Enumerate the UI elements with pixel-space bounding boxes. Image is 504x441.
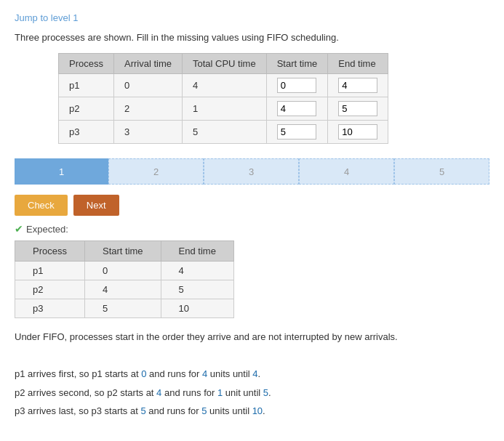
start-cell [266, 121, 328, 144]
expected-row: p1 0 4 [15, 262, 234, 280]
jump-link[interactable]: Jump to level 1 [15, 12, 78, 23]
exp-col-end: End time [161, 241, 233, 262]
table-row: p3 3 5 [59, 121, 388, 144]
timeline-segment-5[interactable]: 5 [394, 158, 489, 185]
end-cell [328, 121, 388, 144]
exp-col-process: Process [15, 241, 85, 262]
end-cell [328, 97, 388, 121]
timeline-segment-1[interactable]: 1 [15, 158, 108, 185]
col-header-arrival: Arrival time [113, 54, 182, 74]
button-row: Check Next [15, 195, 489, 216]
start-cell [266, 97, 328, 121]
end-input[interactable] [338, 124, 377, 139]
cpu-cell: 4 [182, 74, 266, 97]
start-input[interactable] [277, 78, 316, 93]
expected-label: ✔ Expected: [15, 223, 489, 235]
intro-text: Three processes are shown. Fill in the m… [15, 32, 489, 43]
explanation-line3: p2 arrives second, so p2 starts at 4 and… [15, 386, 489, 400]
col-header-end: End time [328, 54, 388, 74]
end-cell [328, 74, 388, 97]
exp-start-cell: 0 [84, 262, 161, 280]
timeline: 12345 [15, 158, 489, 185]
start-cell [266, 74, 328, 97]
timeline-segment-2[interactable]: 2 [108, 158, 204, 185]
checkmark-icon: ✔ [15, 223, 23, 235]
process-cell: p3 [59, 121, 114, 144]
exp-end-cell: 4 [161, 262, 233, 280]
process-cell: p1 [59, 74, 114, 97]
explanation-line1: Under FIFO, processes start in the order… [15, 330, 489, 344]
explanation-line4: p3 arrives last, so p3 starts at 5 and r… [15, 404, 489, 418]
next-button[interactable]: Next [73, 195, 119, 216]
schedule-table: Process Arrival time Total CPU time Star… [58, 53, 388, 144]
end-input[interactable] [338, 78, 377, 93]
exp-end-cell: 5 [161, 280, 233, 299]
expected-row: p3 5 10 [15, 299, 234, 318]
exp-start-cell: 5 [84, 299, 161, 318]
table-row: p2 2 1 [59, 97, 388, 121]
table-row: p1 0 4 [59, 74, 388, 97]
col-header-start: Start time [266, 54, 328, 74]
expected-text: Expected: [26, 224, 68, 235]
exp-col-start: Start time [84, 241, 161, 262]
exp-process-cell: p3 [15, 299, 85, 318]
cpu-cell: 1 [182, 97, 266, 121]
start-input[interactable] [277, 124, 316, 139]
end-input[interactable] [338, 101, 377, 116]
exp-start-cell: 4 [84, 280, 161, 299]
exp-process-cell: p1 [15, 262, 85, 280]
explanation: Under FIFO, processes start in the order… [15, 330, 489, 418]
exp-process-cell: p2 [15, 280, 85, 299]
check-button[interactable]: Check [15, 195, 68, 216]
arrival-cell: 0 [113, 74, 182, 97]
start-input[interactable] [277, 101, 316, 116]
timeline-segment-4[interactable]: 4 [299, 158, 394, 185]
col-header-process: Process [59, 54, 114, 74]
expected-table: Process Start time End time p1 0 4 p2 4 … [15, 240, 234, 318]
cpu-cell: 5 [182, 121, 266, 144]
expected-row: p2 4 5 [15, 280, 234, 299]
explanation-line2: p1 arrives first, so p1 starts at 0 and … [15, 367, 489, 381]
col-header-cpu: Total CPU time [182, 54, 266, 74]
arrival-cell: 3 [113, 121, 182, 144]
process-cell: p2 [59, 97, 114, 121]
timeline-segment-3[interactable]: 3 [204, 158, 299, 185]
exp-end-cell: 10 [161, 299, 233, 318]
arrival-cell: 2 [113, 97, 182, 121]
